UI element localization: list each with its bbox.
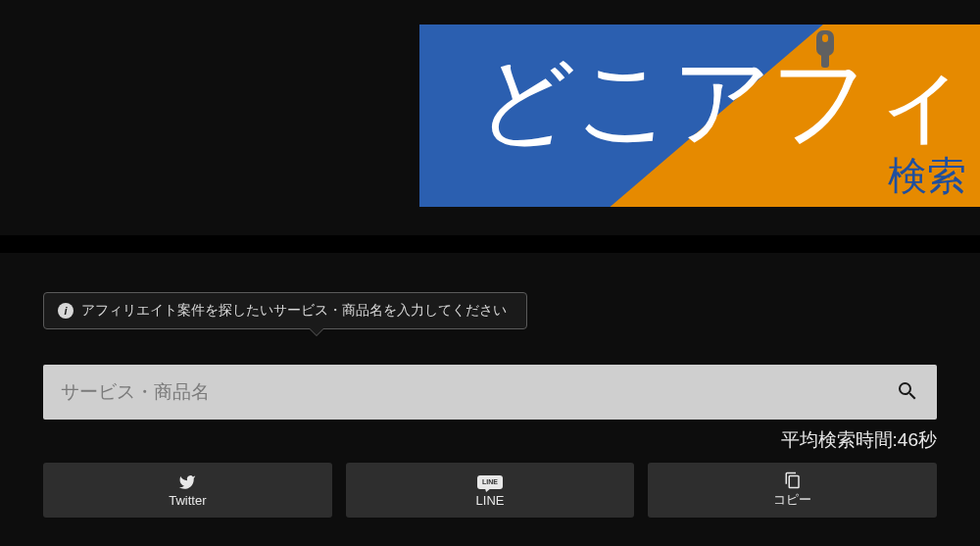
avg-time-label: 平均検索時間:: [781, 429, 898, 450]
info-icon: i: [58, 303, 74, 319]
share-row: Twitter LINE LINE コピー: [43, 463, 937, 518]
tooltip-row: i アフィリエイト案件を探したいサービス・商品名を入力してください: [43, 292, 937, 341]
header: どこアフィ 検索: [0, 0, 980, 235]
hint-tooltip: i アフィリエイト案件を探したいサービス・商品名を入力してください: [43, 292, 527, 329]
share-copy-label: コピー: [773, 491, 811, 509]
line-icon: LINE: [477, 475, 503, 489]
logo-banner[interactable]: どこアフィ 検索: [419, 25, 980, 207]
avg-time-value: 46秒: [898, 429, 937, 450]
share-copy-button[interactable]: コピー: [648, 463, 937, 518]
zipper-icon: [811, 26, 839, 68]
search-bar: [43, 365, 937, 420]
section-divider: [0, 235, 980, 253]
twitter-icon: [178, 473, 196, 491]
share-twitter-label: Twitter: [169, 493, 206, 508]
search-input[interactable]: [61, 381, 892, 403]
share-twitter-button[interactable]: Twitter: [43, 463, 332, 518]
share-line-label: LINE: [476, 493, 505, 508]
copy-icon: [784, 472, 802, 489]
banner-subtitle: 検索: [888, 149, 966, 203]
hint-text: アフィリエイト案件を探したいサービス・商品名を入力してください: [81, 302, 507, 320]
search-button[interactable]: [892, 375, 923, 410]
search-icon: [896, 379, 919, 403]
average-search-time: 平均検索時間:46秒: [43, 427, 937, 453]
share-line-button[interactable]: LINE LINE: [346, 463, 635, 518]
main-content: i アフィリエイト案件を探したいサービス・商品名を入力してください 平均検索時間…: [0, 253, 980, 518]
